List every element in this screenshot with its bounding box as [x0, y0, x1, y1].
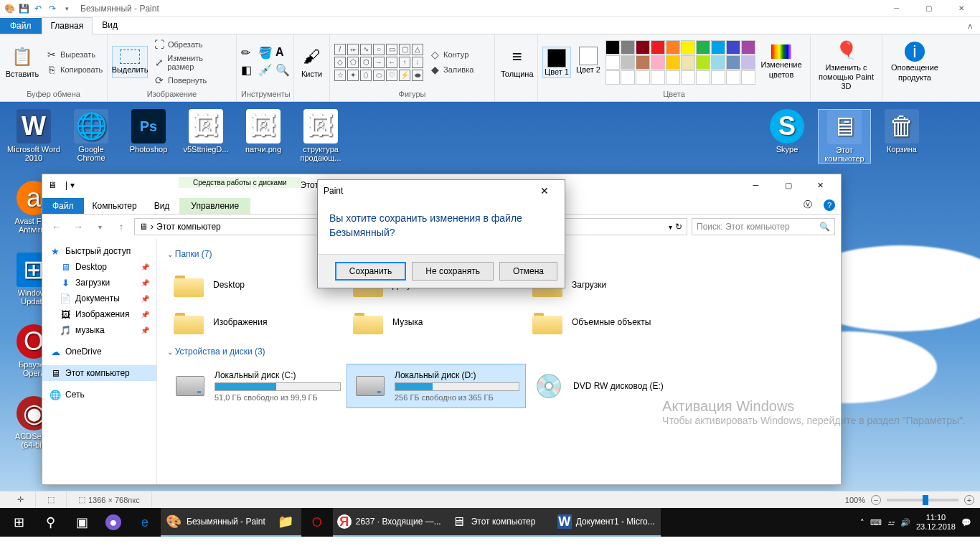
palette-swatch[interactable]	[711, 55, 725, 70]
nav-quick-access[interactable]: ★Быстрый доступ	[42, 243, 156, 259]
cut-button[interactable]: ✂Вырезать	[43, 47, 105, 62]
file-tab[interactable]: Файл	[0, 18, 42, 34]
palette-swatch[interactable]	[636, 55, 650, 70]
palette-swatch[interactable]	[666, 40, 680, 55]
nav-back-icon[interactable]: ←	[48, 218, 65, 235]
color-palette[interactable]	[606, 40, 755, 85]
zoom-in-button[interactable]: +	[964, 495, 974, 505]
zoom-slider[interactable]	[887, 499, 958, 501]
search-button[interactable]: ⚲	[34, 508, 66, 537]
select-button[interactable]: Выделить	[112, 46, 148, 78]
palette-swatch[interactable]	[636, 40, 650, 55]
taskview-button[interactable]: ▣	[66, 508, 98, 537]
nav-music[interactable]: 🎵музыка📌	[42, 322, 156, 338]
palette-swatch[interactable]	[741, 40, 755, 55]
drive-c[interactable]: Локальный диск (C:) 51,0 ГБ свободно из …	[167, 364, 347, 408]
drive-d[interactable]: Локальный диск (D:) 256 ГБ свободно из 3…	[347, 364, 526, 408]
nav-pictures[interactable]: 🖼Изображения📌	[42, 306, 156, 322]
qat-redo-icon[interactable]: ↷	[46, 2, 59, 15]
explorer-file-tab[interactable]: Файл	[42, 198, 84, 214]
ribbon-collapse-icon[interactable]: ʌ	[961, 19, 980, 34]
nav-up-icon[interactable]: ↑	[113, 218, 130, 235]
tray-clock[interactable]: 11:10 23.12.2018	[916, 513, 956, 532]
paint-canvas[interactable]: WMicrosoft Word 2010 🌐Google Chrome PsPh…	[0, 102, 980, 491]
search-input[interactable]: Поиск: Этот компьютер 🔍	[692, 218, 835, 235]
explorer-tab-view[interactable]: Вид	[146, 198, 179, 214]
copy-button[interactable]: ⎘Копировать	[43, 62, 105, 77]
rotate-button[interactable]: ⟳Повернуть	[151, 73, 232, 88]
explorer-tab-computer[interactable]: Компьютер	[84, 198, 146, 214]
fill-tool-icon[interactable]: 🪣	[258, 46, 274, 62]
desktop-icon-recycle[interactable]: 🗑Корзина	[875, 109, 928, 154]
close-button[interactable]: ✕	[945, 0, 977, 17]
palette-swatch[interactable]	[606, 40, 620, 55]
edge-button[interactable]: e	[129, 508, 161, 537]
cortana-button[interactable]: ●	[98, 508, 129, 537]
explorer-tab-manage[interactable]: Управление	[179, 198, 250, 214]
text-tool-icon[interactable]: A	[275, 46, 291, 62]
palette-swatch[interactable]	[711, 40, 725, 55]
explorer-collapse-icon[interactable]: ⓥ	[798, 196, 818, 214]
palette-swatch[interactable]	[636, 70, 650, 85]
zoom-out-button[interactable]: −	[871, 495, 881, 505]
resize-button[interactable]: ⤢Изменить размер	[151, 52, 232, 72]
crop-button[interactable]: ⛶Обрезать	[151, 37, 232, 52]
folder-3dobjects[interactable]: Объемные объекты	[526, 303, 705, 341]
picker-tool-icon[interactable]: 💉	[258, 63, 274, 79]
qat-undo-icon[interactable]: ↶	[32, 2, 44, 15]
nav-forward-icon[interactable]: →	[70, 218, 87, 235]
explorer-minimize-button[interactable]: ─	[740, 175, 772, 195]
address-dropdown-icon[interactable]: ▾	[669, 223, 672, 231]
nav-history-icon[interactable]: ▾	[91, 218, 108, 235]
desktop-icon-image3[interactable]: 🖼структура продающ...	[294, 109, 347, 162]
palette-swatch[interactable]	[726, 55, 740, 70]
desktop-icon-photoshop[interactable]: PsPhotoshop	[122, 109, 175, 154]
minimize-button[interactable]: ─	[880, 0, 913, 17]
qat-save-icon[interactable]: 💾	[17, 2, 30, 15]
palette-swatch[interactable]	[726, 40, 740, 55]
palette-swatch[interactable]	[696, 40, 710, 55]
nav-downloads[interactable]: ⬇Загрузки📌	[42, 275, 156, 291]
desktop-icon-thispc[interactable]: 🖥Этот компьютер	[818, 109, 871, 164]
explorer-maximize-button[interactable]: ▢	[772, 175, 804, 195]
product-alert-button[interactable]: i Оповещение продукта	[887, 39, 943, 85]
tray-volume-icon[interactable]: 🔊	[900, 518, 910, 527]
palette-swatch[interactable]	[741, 55, 755, 70]
palette-swatch[interactable]	[606, 55, 620, 70]
thickness-button[interactable]: ≡ Толщина	[499, 42, 535, 82]
palette-swatch[interactable]	[681, 40, 695, 55]
shapes-gallery[interactable]: /⬰∿○▭▢△ ◇⬠⬡→←↑↓ ☆✦⬯⬭♡⚡⬬	[334, 44, 423, 81]
outline-button[interactable]: ◇Контур	[426, 47, 476, 62]
magnifier-tool-icon[interactable]: 🔍	[275, 63, 291, 79]
palette-swatch[interactable]	[681, 70, 695, 85]
dont-save-button[interactable]: Не сохранять	[412, 262, 494, 281]
palette-swatch[interactable]	[681, 55, 695, 70]
explorer-qat-icon[interactable]: ▾	[67, 180, 77, 190]
maximize-button[interactable]: ▢	[913, 0, 945, 17]
desktop-icon-chrome[interactable]: 🌐Google Chrome	[65, 109, 118, 162]
nav-thispc[interactable]: 🖥Этот компьютер	[42, 365, 156, 381]
palette-swatch[interactable]	[666, 55, 680, 70]
task-word[interactable]: WДокумент1 - Micro...	[553, 508, 661, 537]
task-yandex[interactable]: Я2637 · Входящие —...	[333, 508, 446, 537]
fill-button[interactable]: ◆Заливка	[426, 62, 476, 77]
palette-swatch[interactable]	[621, 40, 635, 55]
palette-swatch[interactable]	[696, 55, 710, 70]
paint3d-button[interactable]: 🎈 Изменить с помощью Paint 3D	[815, 36, 877, 95]
palette-swatch[interactable]	[651, 55, 665, 70]
tab-home[interactable]: Главная	[42, 17, 93, 34]
palette-swatch[interactable]	[651, 40, 665, 55]
palette-swatch[interactable]	[726, 70, 740, 85]
task-opera[interactable]: O	[301, 508, 333, 537]
paste-button[interactable]: 📋 Вставить	[4, 42, 40, 82]
palette-swatch[interactable]	[621, 55, 635, 70]
desktop-icon-image2[interactable]: 🖼патчи.png	[237, 109, 290, 154]
folder-pictures[interactable]: Изображения	[167, 303, 347, 341]
nav-network[interactable]: 🌐Сеть	[42, 387, 156, 402]
explorer-close-button[interactable]: ✕	[804, 175, 837, 195]
tray-input-icon[interactable]: ⌨	[870, 518, 882, 527]
start-button[interactable]: ⊞	[3, 508, 34, 537]
save-button[interactable]: Сохранить	[335, 262, 407, 281]
cancel-button[interactable]: Отмена	[499, 262, 557, 281]
task-paint[interactable]: 🎨Безымянный - Paint	[161, 508, 270, 537]
